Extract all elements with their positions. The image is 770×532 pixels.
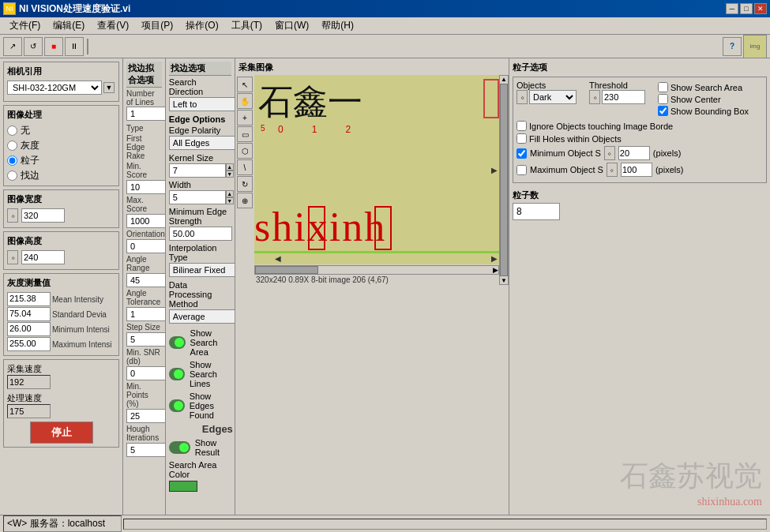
num-lines-input[interactable]: [126, 107, 166, 121]
camera-dropdown-arrow[interactable]: ▼: [103, 82, 115, 93]
toolbar-recycle[interactable]: ↺: [24, 37, 43, 56]
radio-gray-input[interactable]: [7, 140, 17, 151]
hough-iter-input[interactable]: [126, 443, 166, 457]
kernel-down[interactable]: ▼: [226, 170, 234, 178]
stop-button[interactable]: 停止: [30, 421, 93, 444]
max-object-checkbox[interactable]: [516, 165, 527, 175]
radio-edge-input[interactable]: [7, 170, 17, 181]
detect-box-2: [374, 206, 392, 250]
tool-pointer[interactable]: ↖: [237, 77, 253, 92]
image-width-input[interactable]: [21, 208, 65, 223]
scroll-down-arrow[interactable]: ▼: [501, 277, 507, 284]
data-processing-select[interactable]: Average: [169, 309, 235, 324]
min-points-input[interactable]: [126, 409, 166, 423]
h-scrollbar[interactable]: ▶: [254, 265, 499, 275]
camera-dropdown[interactable]: SHI-032-120GM: [7, 81, 102, 95]
ignore-objects-row[interactable]: Ignore Objects touching Image Borde: [516, 121, 763, 131]
minimize-button[interactable]: ─: [726, 3, 738, 14]
watermark-area: 石鑫苏视觉 shixinhua.com: [620, 457, 762, 508]
maximize-button[interactable]: □: [740, 3, 753, 14]
kernel-up[interactable]: ▲: [226, 163, 234, 170]
menu-tools[interactable]: 工具(T): [225, 17, 269, 34]
scroll-bottom-right-arrow[interactable]: ▶: [491, 254, 498, 263]
radio-none[interactable]: 无: [7, 124, 115, 137]
interpolation-select[interactable]: Bilinear Fixed: [169, 263, 235, 277]
show-search-lines-toggle[interactable]: [169, 368, 185, 380]
tool-pan[interactable]: ⊕: [237, 193, 253, 208]
tool-line[interactable]: \: [237, 159, 253, 175]
radio-gray[interactable]: 灰度: [7, 139, 115, 152]
threshold-spin-icon: ⬦: [589, 90, 600, 104]
scroll-up-arrow[interactable]: ▲: [501, 76, 507, 83]
radio-particle[interactable]: 粒子: [7, 154, 115, 167]
toolbar-pause[interactable]: ⏸: [65, 37, 84, 56]
min-snr-input[interactable]: [126, 366, 166, 380]
show-bounding-check[interactable]: Show Bounding Box: [658, 106, 749, 116]
v-scroll-thumb[interactable]: [500, 84, 508, 276]
max-object-input[interactable]: [621, 163, 652, 177]
show-search-area-check[interactable]: Show Search Area: [658, 82, 749, 92]
width-down[interactable]: ▼: [226, 197, 234, 204]
angle-tol-input[interactable]: [126, 307, 166, 321]
angle-range-input[interactable]: [126, 273, 166, 287]
min-object-checkbox[interactable]: [516, 148, 527, 159]
show-bounding-checkbox[interactable]: [658, 106, 668, 116]
image-height-input[interactable]: [21, 250, 65, 264]
angle-tol-label: Angle Tolerance: [126, 289, 162, 306]
menu-view[interactable]: 查看(V): [91, 17, 135, 34]
radio-none-input[interactable]: [7, 126, 17, 136]
menu-help[interactable]: 帮助(H): [315, 17, 360, 34]
toolbar-stop[interactable]: ■: [44, 37, 63, 56]
search-direction-select[interactable]: Left to: [169, 97, 235, 111]
toolbar-help[interactable]: ?: [723, 37, 742, 56]
scroll-right-arrow[interactable]: ▶: [491, 166, 498, 174]
max-score-input[interactable]: [126, 214, 166, 228]
close-button[interactable]: ✕: [754, 3, 767, 14]
width-input[interactable]: [169, 190, 226, 204]
scroll-thumb[interactable]: [255, 266, 318, 274]
show-search-area-checkbox[interactable]: [658, 82, 668, 92]
toolbar-run-arrow[interactable]: ↗: [3, 37, 22, 56]
show-result-toggle[interactable]: [169, 441, 190, 454]
menu-edit[interactable]: 编辑(E): [47, 17, 91, 34]
search-area-color-swatch[interactable]: [169, 481, 197, 492]
fill-holes-row[interactable]: Fill Holes within Objects: [516, 133, 763, 144]
menu-window[interactable]: 窗口(W): [269, 17, 315, 34]
measurement-row-0: 215.38 Mean Intensity: [7, 292, 115, 306]
min-score-input[interactable]: [126, 180, 166, 194]
radio-edge[interactable]: 找边: [7, 169, 115, 182]
scroll-left-arrow[interactable]: ◀: [275, 254, 281, 263]
particle-panel: 粒子选项 Objects ⬦ Dark Threshold ⬦: [509, 58, 770, 515]
tool-zoom-in[interactable]: +: [237, 110, 253, 126]
menu-project[interactable]: 项目(P): [135, 17, 179, 34]
tool-poly[interactable]: ⬡: [237, 143, 253, 159]
min-object-input[interactable]: [618, 146, 650, 160]
menu-operate[interactable]: 操作(O): [179, 17, 224, 34]
tool-rect[interactable]: ▭: [237, 126, 253, 142]
find-edge-fit-panel: 找边拟合选项 Number of Lines ▲▼ Type First Edg…: [123, 58, 166, 515]
menu-file[interactable]: 文件(F): [3, 17, 47, 34]
show-center-checkbox[interactable]: [658, 94, 668, 104]
kernel-size-input[interactable]: [169, 163, 226, 178]
image-with-sidebar: ↖ ✋ + ▭ ⬡ \ ↻ ⊕ 石鑫一 shixinh: [235, 75, 509, 285]
edge-options-label: Edge Options: [169, 114, 231, 124]
show-edges-found-toggle[interactable]: [169, 399, 185, 412]
objects-select[interactable]: Dark: [529, 90, 577, 104]
orientation-input[interactable]: [126, 239, 166, 253]
threshold-input[interactable]: [602, 90, 645, 104]
radio-particle-input[interactable]: [7, 155, 17, 166]
show-center-check[interactable]: Show Center: [658, 94, 749, 104]
step-size-input[interactable]: [126, 332, 166, 347]
tool-rotate[interactable]: ↻: [237, 176, 253, 192]
hough-iter-label: Hough Iterations: [126, 425, 162, 442]
min-edge-strength-input[interactable]: [169, 227, 232, 241]
width-up[interactable]: ▲: [226, 190, 234, 197]
fill-holes-checkbox[interactable]: [516, 133, 527, 144]
tool-hand[interactable]: ✋: [237, 93, 253, 109]
edge-polarity-select[interactable]: All Edges: [169, 136, 235, 150]
threshold-group: Threshold ⬦: [589, 81, 645, 104]
v-scrollbar[interactable]: ▲ ▼: [499, 75, 509, 285]
show-search-area-toggle[interactable]: [169, 336, 186, 349]
scroll-right-end[interactable]: ▶: [493, 266, 498, 274]
ignore-objects-checkbox[interactable]: [516, 121, 527, 131]
